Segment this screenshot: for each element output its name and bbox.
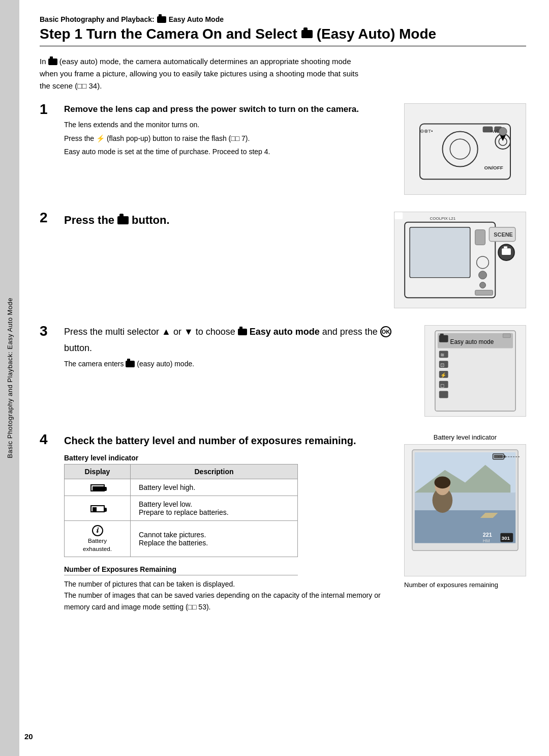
step-1-content: Remove the lens cap and press the power … bbox=[64, 103, 394, 160]
svg-text:COOLPIX L21: COOLPIX L21 bbox=[430, 216, 456, 220]
svg-text:⊡: ⊡ bbox=[440, 362, 444, 368]
camera-icon-breadcrumb bbox=[157, 16, 166, 23]
battery-low-icon bbox=[90, 505, 105, 512]
svg-rect-29 bbox=[440, 333, 444, 335]
svg-point-1 bbox=[443, 131, 478, 166]
step-3-detail: The camera enters (easy auto) mode. bbox=[64, 358, 414, 369]
camera-icon-step3 bbox=[238, 329, 247, 335]
battery-exhausted-label: Batteryexhausted. bbox=[83, 537, 112, 552]
battery-high-icon bbox=[90, 484, 105, 491]
breadcrumb: Basic Photography and Playback: Easy Aut… bbox=[40, 15, 526, 23]
step-1-row: 1 Remove the lens cap and press the powe… bbox=[40, 103, 526, 196]
camera-back-illustration: COOLPIX L21 SCENE bbox=[394, 212, 526, 308]
battery-low-desc: Battery level low.Prepare to replace bat… bbox=[131, 496, 298, 520]
svg-point-11 bbox=[499, 127, 507, 135]
step-4-heading: Check the battery level and number of ex… bbox=[64, 433, 356, 448]
page-title-prefix: Step 1 Turn the Camera On and Select bbox=[40, 25, 297, 43]
info-icon: 𝒊 bbox=[92, 525, 103, 536]
battery-table: Display Description Battery level high. bbox=[64, 464, 298, 557]
step-1-details: The lens extends and the monitor turns o… bbox=[64, 119, 394, 157]
camera-icon-title bbox=[301, 30, 313, 38]
step-4-header-row: 4 Check the battery level and number of … bbox=[40, 433, 389, 454]
svg-text:⊖⊗T•: ⊖⊗T• bbox=[420, 128, 433, 134]
step-2-content: Press the button. bbox=[64, 212, 384, 227]
table-header-row: Display Description bbox=[65, 464, 298, 479]
battery-exhausted-desc: Cannot take pictures.Replace the batteri… bbox=[131, 520, 298, 557]
step-1-heading: Remove the lens cap and press the power … bbox=[64, 103, 394, 115]
battery-indicator-label: Battery level indicator bbox=[64, 454, 389, 462]
svg-point-48 bbox=[435, 476, 451, 488]
step-4-left: 4 Check the battery level and number of … bbox=[40, 433, 389, 613]
menu-screen-illustration: Easy auto mode ≋ ⊡ ⚡ ◻ bbox=[424, 325, 526, 417]
step-2-image: COOLPIX L21 SCENE bbox=[394, 212, 526, 310]
exposures-heading: Number of Exposures Remaining bbox=[64, 565, 298, 575]
step-2-heading-suffix: button. bbox=[132, 214, 170, 227]
battery-high-desc: Battery level high. bbox=[131, 479, 298, 496]
svg-rect-21 bbox=[504, 246, 507, 248]
step-3-image: Easy auto mode ≋ ⊡ ⚡ ◻ bbox=[424, 325, 526, 418]
exposures-text-1: The number of pictures that can be taken… bbox=[64, 578, 389, 590]
page-title: Step 1 Turn the Camera On and Select (Ea… bbox=[40, 25, 526, 43]
svg-text:301: 301 bbox=[501, 535, 510, 540]
battery-section: Battery level indicator Display Descript… bbox=[64, 454, 389, 613]
svg-point-7 bbox=[499, 137, 507, 146]
svg-point-2 bbox=[450, 139, 470, 159]
step-3-row: 3 Press the multi selector ▲ or ▼ to cho… bbox=[40, 325, 526, 418]
camera-icon-step3-detail bbox=[126, 361, 135, 367]
battery-low-display bbox=[65, 496, 131, 520]
svg-text:ON/OFF: ON/OFF bbox=[484, 164, 503, 170]
page-title-suffix: (Easy Auto) Mode bbox=[317, 25, 436, 43]
exposures-text: The number of pictures that can be taken… bbox=[64, 578, 389, 613]
battery-high-display bbox=[65, 479, 131, 496]
svg-rect-35 bbox=[439, 391, 448, 398]
camera-icon-step2 bbox=[117, 216, 129, 224]
svg-text:HM: HM bbox=[483, 538, 490, 543]
table-header-description: Description bbox=[131, 464, 298, 479]
table-header-display: Display bbox=[65, 464, 131, 479]
svg-rect-40 bbox=[503, 333, 510, 337]
svg-text:◻: ◻ bbox=[440, 382, 444, 388]
step-3-bold: Easy auto mode bbox=[250, 325, 320, 339]
svg-rect-51 bbox=[504, 455, 505, 458]
battery-indicator-caption: Battery level indicator bbox=[404, 433, 526, 441]
svg-rect-28 bbox=[439, 335, 448, 342]
table-row: 𝒊 Batteryexhausted. Cannot take pictures… bbox=[65, 520, 298, 557]
exposures-text-2: The number of images that can be saved v… bbox=[64, 590, 389, 613]
step-1-detail-3: Easy auto mode is set at the time of pur… bbox=[64, 146, 394, 157]
step-2-row: 2 Press the button. COOLPIX bbox=[40, 212, 526, 310]
step-1-left: 1 Remove the lens cap and press the powe… bbox=[40, 103, 394, 160]
step-2-left: 2 Press the button. bbox=[40, 212, 384, 227]
side-tab-text: Basic Photography and Playback: Easy Aut… bbox=[6, 298, 14, 458]
page-container: Basic Photography and Playback: Easy Aut… bbox=[0, 0, 549, 756]
svg-rect-19 bbox=[394, 212, 403, 219]
step-4-number: 4 bbox=[40, 431, 64, 448]
svg-text:SCENE: SCENE bbox=[494, 231, 512, 238]
svg-point-23 bbox=[479, 271, 487, 279]
step-3-number: 3 bbox=[40, 323, 64, 369]
svg-text:≋: ≋ bbox=[440, 352, 444, 358]
step-3-left: 3 Press the multi selector ▲ or ▼ to cho… bbox=[40, 325, 414, 369]
step-3-prefix: Press the multi selector ▲ or ▼ to choos… bbox=[64, 325, 235, 339]
step-4-row: 4 Check the battery level and number of … bbox=[40, 433, 526, 613]
svg-rect-25 bbox=[475, 290, 493, 295]
page-number: 20 bbox=[24, 732, 33, 741]
breadcrumb-suffix: Easy Auto Mode bbox=[169, 15, 224, 23]
svg-text:Easy auto mode: Easy auto mode bbox=[450, 338, 494, 345]
step-3-content: Press the multi selector ▲ or ▼ to choos… bbox=[64, 325, 414, 369]
step-3-middle: and press the bbox=[322, 325, 378, 339]
svg-text:⚡: ⚡ bbox=[440, 371, 447, 378]
camera-icon-intro bbox=[48, 59, 57, 65]
svg-rect-20 bbox=[502, 248, 511, 255]
svg-point-22 bbox=[477, 256, 489, 269]
step-2-heading: Press the button. bbox=[64, 214, 384, 227]
step-1-image: ON/OFF ⊖⊗T• •W⊞ bbox=[404, 103, 526, 196]
intro-paragraph: In (easy auto) mode, the camera automati… bbox=[40, 55, 365, 92]
camera-screen-illustration: 221 HM 301 bbox=[404, 444, 526, 576]
exposures-caption: Number of exposures remaining bbox=[404, 581, 526, 589]
exposures-caption-text: Number of exposures remaining bbox=[404, 581, 498, 589]
breadcrumb-text: Basic Photography and Playback: bbox=[40, 15, 155, 23]
table-row: Battery level high. bbox=[65, 479, 298, 496]
step-1-number: 1 bbox=[40, 101, 64, 160]
step-2-number: 2 bbox=[40, 210, 64, 227]
camera-top-illustration: ON/OFF ⊖⊗T• •W⊞ bbox=[404, 103, 526, 195]
